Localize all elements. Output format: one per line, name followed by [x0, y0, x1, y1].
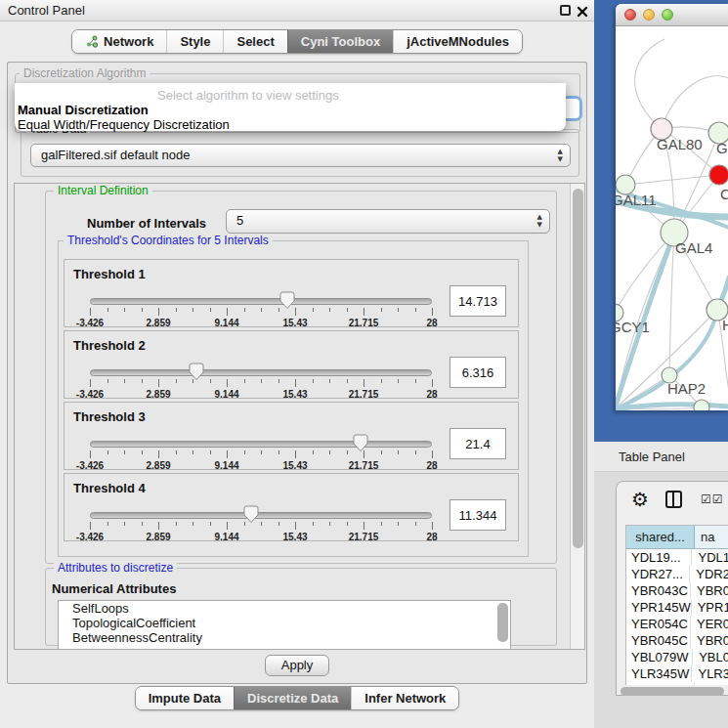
- tab-label: Select: [236, 34, 274, 49]
- table-row[interactable]: YBR043CYBR0: [626, 582, 728, 599]
- tab-discretize-data[interactable]: Discretize Data: [234, 687, 351, 709]
- tab-cyni-toolbox[interactable]: Cyni Toolbox: [287, 30, 393, 53]
- tick-mark: [261, 308, 262, 312]
- tick-mark: [261, 522, 262, 526]
- column-header-name[interactable]: na: [695, 526, 728, 548]
- split-view-icon[interactable]: [665, 491, 682, 508]
- tick-mark: [398, 379, 399, 383]
- cyni-toolbox-panel: Discretization Algorithm Select algorith…: [7, 62, 587, 684]
- table-row[interactable]: YDL19...YDL1: [626, 549, 728, 566]
- tick-mark: [193, 308, 193, 312]
- network-node-c[interactable]: [709, 165, 728, 185]
- option-manual-discretization[interactable]: Manual Discretization: [18, 103, 149, 117]
- numerical-attributes-list[interactable]: SelfLoopsTopologicalCoefficientBetweenne…: [58, 600, 511, 650]
- list-scrollbar[interactable]: [497, 603, 508, 642]
- tab-infer-network[interactable]: Infer Network: [351, 687, 458, 709]
- close-icon[interactable]: [577, 4, 588, 16]
- tick-mark: [210, 522, 211, 526]
- table-toolbar: ⚙ ☑☑: [617, 482, 728, 521]
- column-checkboxes-icon[interactable]: ☑☑: [701, 492, 724, 506]
- threshold-slider[interactable]: -3.4262.8599.14415.4321.71528: [90, 295, 432, 328]
- scrollbar-thumb[interactable]: [573, 189, 583, 548]
- cell-name: YBR0: [691, 582, 728, 599]
- tick-mark: [347, 379, 348, 383]
- table-data-combobox[interactable]: galFiltered.sif default node ▲▼: [30, 144, 571, 167]
- minimize-button[interactable]: [643, 9, 655, 21]
- tick-mark: [142, 522, 143, 526]
- table-row[interactable]: YPR145WYPR1: [626, 599, 728, 616]
- tick-mark: [313, 450, 314, 454]
- tab-style[interactable]: Style: [166, 30, 223, 53]
- tick-label: 2.859: [146, 318, 170, 328]
- vertical-scrollbar[interactable]: [570, 184, 584, 649]
- tab-impute-data[interactable]: Impute Data: [136, 687, 234, 709]
- attribute-item-selfloops[interactable]: SelfLoops: [59, 601, 510, 616]
- table-row[interactable]: YIL052CYIL0: [626, 682, 728, 685]
- tick-mark: [329, 308, 330, 312]
- table-row[interactable]: YBR045CYBR0: [626, 632, 728, 649]
- algorithm-placeholder: Select algorithm to view settings: [157, 88, 339, 103]
- tick-mark: [107, 308, 108, 312]
- tick-label: 15.43: [282, 460, 307, 471]
- discretization-algorithm-title: Discretization Algorithm: [20, 66, 150, 80]
- node-label: GCY1: [616, 319, 650, 335]
- threshold-value-field[interactable]: 11.344: [450, 499, 506, 531]
- threshold-value-field[interactable]: 14.713: [450, 285, 506, 317]
- tab-label: Discretize Data: [247, 691, 338, 706]
- close-button[interactable]: [624, 9, 636, 21]
- tick-mark: [364, 450, 364, 458]
- threshold-value-field[interactable]: 6.316: [450, 357, 506, 388]
- cell-shared-name: YBR045C: [626, 632, 691, 649]
- column-header-shared-name[interactable]: shared...: [626, 526, 695, 548]
- cell-name: YDL1: [692, 549, 728, 566]
- table-row[interactable]: YDR27...YDR2: [626, 566, 728, 582]
- horizontal-scrollbar[interactable]: [621, 687, 724, 696]
- threshold-value-field[interactable]: 21.4: [450, 428, 506, 459]
- slider-track[interactable]: [90, 369, 432, 376]
- slider-track[interactable]: [90, 298, 432, 305]
- tick-mark: [432, 450, 433, 458]
- table-row[interactable]: YER054CYER0: [626, 616, 728, 632]
- network-edge: [635, 39, 664, 129]
- threshold-slider[interactable]: -3.4262.8599.14415.4321.71528: [90, 509, 432, 542]
- network-canvas[interactable]: GAL80GCGAL11GAL4GCY1HHAP2: [616, 27, 728, 410]
- attribute-item-betweennesscentrality[interactable]: BetweennessCentrality: [59, 630, 510, 645]
- threshold-panel: Threshold 3 -3.4262.8599.14415.4321.7152…: [64, 402, 519, 470]
- option-equal-width-frequency[interactable]: Equal Width/Frequency Discretization: [18, 117, 230, 132]
- tick-mark: [432, 522, 433, 530]
- table-row[interactable]: YBL079WYBL0: [626, 649, 728, 665]
- tick-label: 15.43: [282, 318, 307, 328]
- tick-mark: [278, 379, 279, 383]
- tick-mark: [244, 308, 245, 312]
- node-label: G: [716, 140, 728, 156]
- threshold-slider[interactable]: -3.4262.8599.14415.4321.71528: [90, 438, 432, 471]
- tick-mark: [124, 308, 125, 312]
- tick-mark: [227, 308, 228, 316]
- number-of-intervals-combobox[interactable]: 5 ▲▼: [226, 209, 550, 234]
- table-panel-window: ⚙ ☑☑ shared... na YDL19...YDL1YDR27...YD…: [616, 481, 728, 696]
- table-row[interactable]: YLR345WYLR3: [626, 665, 728, 682]
- slider-track[interactable]: [90, 441, 432, 448]
- tick-mark: [158, 308, 159, 316]
- tick-mark: [329, 522, 330, 526]
- tab-network[interactable]: Network: [72, 30, 166, 53]
- threshold-label: Threshold 1: [73, 267, 146, 281]
- slider-tick-labels: -3.4262.8599.14415.4321.71528: [90, 318, 432, 329]
- thresholds-coordinates-title: Threshold's Coordinates for 5 Intervals: [64, 234, 273, 247]
- network-node[interactable]: [694, 400, 709, 410]
- threshold-slider[interactable]: -3.4262.8599.14415.4321.71528: [90, 366, 432, 400]
- tab-jactivemnodules[interactable]: jActiveMNodules: [393, 30, 522, 53]
- zoom-button[interactable]: [662, 9, 673, 21]
- tab-select[interactable]: Select: [223, 30, 286, 53]
- float-window-icon[interactable]: [560, 5, 571, 16]
- tick-label: 28: [426, 460, 437, 471]
- tick-mark: [329, 379, 330, 383]
- apply-button[interactable]: Apply: [265, 655, 329, 676]
- tick-label: -3.426: [76, 532, 104, 542]
- combo-stepper-icon: ▲▼: [558, 148, 563, 163]
- attribute-item-topologicalcoefficient[interactable]: TopologicalCoefficient: [59, 616, 510, 630]
- slider-track[interactable]: [90, 512, 432, 519]
- tick-mark: [313, 379, 314, 383]
- settings-gear-icon[interactable]: ⚙: [631, 488, 649, 511]
- threshold-label: Threshold 4: [73, 481, 146, 495]
